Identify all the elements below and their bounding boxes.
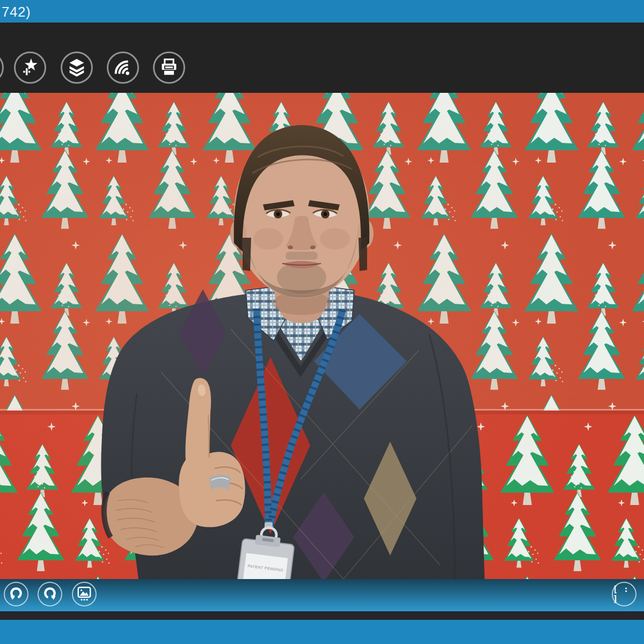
fit-to-window-button[interactable]: [ : ] — [612, 582, 636, 606]
window-title: 742) — [2, 4, 31, 20]
slideshow-image-icon — [74, 583, 95, 605]
favorite-button[interactable] — [14, 52, 46, 84]
rotate-ccw-button[interactable] — [4, 582, 28, 606]
rotate-cw-button[interactable] — [38, 582, 62, 606]
lower-divider-strip — [0, 611, 644, 620]
printer-icon — [157, 55, 181, 80]
wireless-share-button[interactable] — [107, 52, 139, 84]
rotate-ccw-icon — [5, 583, 27, 605]
bottom-status-bar — [0, 620, 644, 644]
star-add-icon — [18, 55, 42, 80]
layers-button[interactable] — [61, 52, 93, 84]
slideshow-button[interactable] — [72, 582, 97, 606]
title-bar: 742) — [0, 0, 644, 23]
fit-to-window-label: [ : ] — [613, 584, 635, 604]
photo-man-thumbs-up-christmas-wrap: PATENT PENDING — [0, 93, 644, 579]
layers-icon — [64, 55, 89, 80]
bottom-toolbar: [ : ] — [0, 579, 644, 611]
edge-partial-button[interactable] — [0, 52, 4, 84]
wireless-share-icon — [111, 55, 135, 80]
photo-viewer-window: 742) — [0, 0, 644, 644]
top-toolbar — [0, 23, 644, 93]
print-button[interactable] — [153, 52, 185, 84]
photo-canvas[interactable]: PATENT PENDING — [0, 93, 644, 579]
rotate-cw-icon — [39, 583, 61, 605]
